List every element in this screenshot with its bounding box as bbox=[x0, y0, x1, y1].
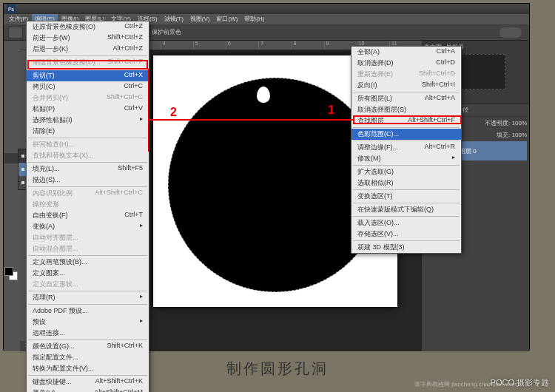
marquee-tool[interactable] bbox=[4, 53, 18, 64]
brush-tool[interactable] bbox=[4, 120, 18, 130]
edit-menu-dropdown: 还原背景色橡皮擦(O)Ctrl+Z前进一步(W)Shift+Ctrl+Z后退一步… bbox=[26, 21, 149, 392]
shape-tool[interactable] bbox=[4, 231, 18, 241]
select-menu-item-9[interactable]: 色彩范围(C)... bbox=[352, 129, 461, 140]
fill-value[interactable]: 100% bbox=[512, 132, 527, 138]
select-menu-item-7[interactable]: 查找图层Alt+Shift+Ctrl+F bbox=[352, 115, 461, 126]
zoom-tool[interactable] bbox=[4, 253, 18, 263]
edit-menu-item-28: 定义自定形状... bbox=[27, 279, 149, 290]
edit-menu-item-27[interactable]: 定义图案... bbox=[27, 268, 149, 279]
dodge-tool[interactable] bbox=[4, 186, 18, 197]
edit-menu-item-30[interactable]: 清理(R) bbox=[27, 292, 149, 303]
menu-item-7[interactable]: 视图(V) bbox=[187, 14, 213, 24]
edit-menu-item-16[interactable]: 填充(L)...Shift+F5 bbox=[27, 163, 149, 175]
edit-menu-item-21[interactable]: 自由变换(F)Ctrl+T bbox=[27, 210, 149, 221]
edit-menu-item-4: 渐隐背景色橡皮擦(D)...Shift+Ctrl+F bbox=[27, 57, 149, 68]
blur-tool[interactable] bbox=[4, 175, 18, 186]
select-menu-item-5[interactable]: 所有图层(L)Alt+Ctrl+A bbox=[352, 93, 461, 104]
white-blob-shape bbox=[257, 87, 270, 103]
select-menu-item-17[interactable]: 变换选区(T) bbox=[352, 191, 461, 202]
tool-preset-icon[interactable] bbox=[8, 27, 23, 38]
eraser-tool[interactable] bbox=[4, 153, 18, 163]
select-menu-dropdown: 全部(A)Ctrl+A取消选择(D)Ctrl+D重新选择(E)Shift+Ctr… bbox=[351, 46, 462, 254]
menu-item-6[interactable]: 滤镜(T) bbox=[161, 14, 186, 24]
edit-menu-item-7[interactable]: 拷贝(C)Ctrl+C bbox=[27, 81, 149, 92]
type-tool[interactable] bbox=[4, 209, 18, 219]
select-menu-item-24[interactable]: 新建 3D 模型(3) bbox=[352, 242, 461, 253]
clone-tool[interactable] bbox=[4, 131, 18, 141]
edit-menu-item-0[interactable]: 还原背景色橡皮擦(O)Ctrl+Z bbox=[27, 21, 149, 33]
crop-tool[interactable] bbox=[4, 87, 18, 97]
healing-tool[interactable] bbox=[4, 109, 18, 119]
edit-menu-item-23: 自动对齐图层... bbox=[27, 232, 149, 243]
edit-menu-item-20: 操控变形 bbox=[27, 199, 149, 210]
select-menu-item-3[interactable]: 反向(I)Shift+Ctrl+I bbox=[352, 80, 461, 91]
edit-menu-item-41[interactable]: 菜单(U)...Alt+Shift+Ctrl+M bbox=[27, 388, 149, 392]
layer-name[interactable]: 图层 0 bbox=[460, 147, 477, 155]
annotation-number-1: 1 bbox=[328, 104, 334, 117]
edit-menu-item-14: 查找和替换文本(X)... bbox=[27, 150, 149, 161]
gradient-tool[interactable] bbox=[4, 164, 18, 175]
select-menu-item-19[interactable]: 在快速蒙版模式下编辑(Q) bbox=[352, 204, 461, 215]
edit-menu-item-17[interactable]: 描边(S)... bbox=[27, 175, 149, 186]
edit-menu-item-8: 合并拷贝(Y)Shift+Ctrl+C bbox=[27, 92, 149, 104]
title-bar: Ps bbox=[4, 4, 529, 14]
edit-menu-item-40[interactable]: 键盘快捷键...Alt+Shift+Ctrl+K bbox=[27, 376, 149, 388]
select-menu-item-15[interactable]: 选取相似(R) bbox=[352, 178, 461, 189]
hand-tool[interactable] bbox=[4, 242, 18, 252]
select-menu-item-0[interactable]: 全部(A)Ctrl+A bbox=[352, 47, 461, 58]
select-menu-item-1[interactable]: 取消选择(D)Ctrl+D bbox=[352, 58, 461, 69]
history-brush-tool[interactable] bbox=[4, 142, 18, 152]
ruler-tick: 4 bbox=[161, 41, 193, 50]
edit-menu-item-13: 拼写检查(H)... bbox=[27, 139, 149, 150]
move-tool[interactable] bbox=[4, 42, 18, 53]
edit-menu-item-9[interactable]: 粘贴(P)Ctrl+V bbox=[27, 104, 149, 115]
opacity-label: 不透明度: bbox=[485, 120, 510, 126]
protect-fg-label: 保护前景色 bbox=[152, 28, 181, 36]
ruler-tick: 6 bbox=[226, 41, 258, 50]
edit-menu-item-11[interactable]: 清除(E) bbox=[27, 126, 149, 137]
edit-menu-item-10[interactable]: 选择性粘贴(I) bbox=[27, 115, 149, 126]
edit-menu-item-32[interactable]: Adobe PDF 预设... bbox=[27, 305, 149, 317]
color-swatches[interactable] bbox=[4, 267, 18, 280]
select-menu-item-6[interactable]: 取消选择图层(S) bbox=[352, 104, 461, 115]
edit-menu-item-36[interactable]: 颜色设置(G)...Shift+Ctrl+K bbox=[27, 341, 149, 352]
opacity-value[interactable]: 100% bbox=[512, 120, 527, 126]
ruler-tick: 5 bbox=[193, 41, 226, 50]
edit-menu-item-2[interactable]: 后退一步(K)Alt+Ctrl+Z bbox=[27, 44, 149, 55]
select-menu-item-2: 重新选择(E)Shift+Ctrl+D bbox=[352, 69, 461, 80]
ps-logo-icon: Ps bbox=[7, 4, 16, 13]
edit-menu-item-24: 自动混合图层... bbox=[27, 243, 149, 254]
edit-menu-item-22[interactable]: 变换(A) bbox=[27, 221, 149, 232]
select-menu-item-22[interactable]: 存储选区(V)... bbox=[352, 229, 461, 240]
edit-menu-item-19: 内容识别比例Alt+Shift+Ctrl+C bbox=[27, 188, 149, 199]
edit-menu-item-6[interactable]: 剪切(T)Ctrl+X bbox=[27, 70, 149, 81]
eyedropper-tool[interactable] bbox=[4, 98, 18, 108]
edit-menu-item-33[interactable]: 预设 bbox=[27, 317, 149, 328]
fill-label: 填充: bbox=[497, 132, 510, 138]
ruler-tick: 7 bbox=[258, 41, 291, 50]
watermark-site: 查字典教程网 jiaocheng.chazidian.com bbox=[414, 380, 517, 388]
ruler-tick: 8 bbox=[291, 41, 323, 50]
workspace-switcher[interactable] bbox=[500, 27, 522, 38]
path-tool[interactable] bbox=[4, 220, 18, 230]
select-menu-item-21[interactable]: 载入选区(O)... bbox=[352, 217, 461, 229]
edit-menu-item-34[interactable]: 远程连接... bbox=[27, 328, 149, 339]
lasso-tool[interactable] bbox=[4, 64, 18, 75]
pen-tool[interactable] bbox=[4, 197, 18, 208]
annotation-number-2: 2 bbox=[170, 106, 177, 119]
tool-panel bbox=[4, 41, 20, 351]
edit-menu-item-38[interactable]: 转换为配置文件(V)... bbox=[27, 363, 149, 374]
edit-menu-item-37[interactable]: 指定配置文件... bbox=[27, 352, 149, 363]
edit-menu-item-1[interactable]: 前进一步(W)Shift+Ctrl+Z bbox=[27, 33, 149, 44]
select-menu-item-11[interactable]: 调整边缘(F)...Alt+Ctrl+R bbox=[352, 142, 461, 153]
edit-menu-item-26[interactable]: 定义画笔预设(B)... bbox=[27, 257, 149, 268]
menu-item-9[interactable]: 帮助(H) bbox=[241, 14, 267, 24]
menu-item-8[interactable]: 窗口(W) bbox=[213, 14, 240, 24]
select-menu-item-14[interactable]: 扩大选取(G) bbox=[352, 166, 461, 178]
magic-wand-tool[interactable] bbox=[4, 75, 18, 86]
select-menu-item-12[interactable]: 修改(M) bbox=[352, 153, 461, 164]
foreground-color[interactable] bbox=[4, 267, 13, 276]
